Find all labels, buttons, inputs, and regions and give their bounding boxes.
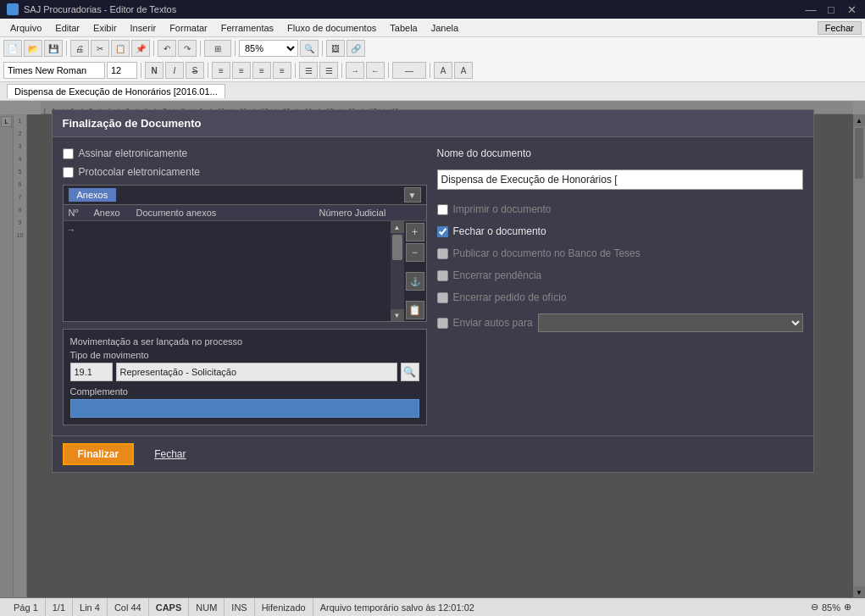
assinar-label[interactable]: Assinar eletronicamente — [79, 147, 188, 159]
tb-new-btn[interactable]: 📄 — [3, 40, 22, 57]
enviar-autos-label: Enviar autos para — [453, 317, 533, 329]
tb-paste-btn[interactable]: 📌 — [131, 40, 150, 57]
spacer — [406, 264, 424, 270]
protocolar-label[interactable]: Protocolar eletronicamente — [79, 166, 200, 178]
table-row-empty: → — [67, 225, 387, 235]
fechar-modal-button[interactable]: Fechar — [141, 443, 199, 465]
tb-img-btn[interactable]: 🖼 — [326, 40, 345, 57]
menu-editar[interactable]: Editar — [48, 21, 86, 35]
encerrar-pendencia-checkbox[interactable] — [437, 270, 448, 281]
fechar-checkbox[interactable] — [437, 226, 448, 237]
movimentacao-section: Movimentação a ser lançada no processo T… — [63, 329, 427, 425]
doc-name-input[interactable] — [437, 169, 803, 190]
menu-inserir[interactable]: Inserir — [124, 21, 164, 35]
zoom-select[interactable]: 85% 100% 75% — [239, 40, 298, 57]
tb-undo-btn[interactable]: ↶ — [158, 40, 176, 57]
assinar-checkbox[interactable] — [63, 148, 74, 159]
menu-exibir[interactable]: Exibir — [86, 21, 124, 35]
menu-janela[interactable]: Janela — [424, 21, 465, 35]
fechar-button[interactable]: Fechar — [818, 21, 862, 35]
tb-list-btn[interactable]: ☰ — [299, 62, 318, 79]
tipo-num-input[interactable] — [70, 363, 113, 381]
tb-line-btn[interactable]: — — [392, 62, 426, 79]
tb-save-btn[interactable]: 💾 — [44, 40, 63, 57]
menu-formatar[interactable]: Formatar — [163, 21, 214, 35]
imprimir-checkbox[interactable] — [437, 204, 448, 215]
anexos-header: Anexos ▼ — [64, 186, 426, 205]
publicar-checkbox[interactable] — [437, 248, 448, 259]
table-scroll-up[interactable]: ▲ — [391, 221, 404, 233]
tipo-search-btn[interactable]: 🔍 — [401, 363, 419, 381]
menu-fluxo[interactable]: Fluxo de documentos — [280, 21, 383, 35]
spacer2 — [406, 292, 424, 299]
tb-align-left-btn[interactable]: ≡ — [212, 62, 230, 79]
zoom-icon: ⊖ — [811, 602, 818, 613]
th-doc: Documento anexos — [136, 208, 319, 218]
menu-ferramentas[interactable]: Ferramentas — [214, 21, 280, 35]
tb-align-center-btn[interactable]: ≡ — [232, 62, 251, 79]
tb-print-btn[interactable]: 🖨 — [70, 40, 89, 57]
tb-redo-btn[interactable]: ↷ — [178, 40, 197, 57]
menu-tabela[interactable]: Tabela — [383, 21, 424, 35]
status-page: Pág 1 — [7, 598, 46, 616]
filter-icon-btn[interactable]: ▼ — [404, 187, 421, 203]
finalizar-button[interactable]: Finalizar — [63, 443, 135, 465]
complemento-label: Complemento — [70, 386, 419, 397]
tb-strike-btn[interactable]: S — [186, 62, 204, 79]
enviar-autos-row: Enviar autos para — [437, 314, 803, 332]
table-scroll-down[interactable]: ▼ — [391, 309, 404, 321]
tb-zoom-btn[interactable]: 🔍 — [300, 40, 319, 57]
tb-fontcolor-btn[interactable]: A — [434, 62, 452, 79]
anexos-tab[interactable]: Anexos — [69, 188, 117, 202]
doc-name-label: Nome do documento — [437, 147, 803, 159]
table-body: → ▲ ▼ — [64, 221, 426, 321]
tb-table-btn[interactable]: ⊞ — [204, 40, 231, 57]
tb-bold-btn[interactable]: N — [145, 62, 164, 79]
tipo-desc-input[interactable] — [116, 363, 397, 381]
protocolar-row: Protocolar eletronicamente — [63, 166, 427, 178]
add-row-btn[interactable]: + — [406, 223, 424, 241]
tb-indent-btn[interactable]: → — [346, 62, 364, 79]
imprimir-row: Imprimir o documento — [437, 203, 803, 215]
tb-outdent-btn[interactable]: ← — [366, 62, 385, 79]
app-title: SAJ Procuradorias - Editor de Textos — [24, 4, 804, 14]
modal-overlay: Finalização de Documento Assinar eletron… — [0, 101, 865, 598]
status-num: NUM — [189, 598, 225, 616]
tb-sep-4 — [235, 41, 236, 56]
tb-copy-btn[interactable]: 📋 — [111, 40, 130, 57]
maximize-button[interactable]: □ — [824, 3, 838, 16]
fechar-label[interactable]: Fechar o documento — [453, 225, 546, 237]
tb-num-list-btn[interactable]: ☰ — [319, 62, 338, 79]
doc-tab-area: Dispensa de Execução de Honorários [2016… — [0, 82, 865, 101]
assinar-row: Assinar eletronicamente — [63, 147, 427, 159]
anchor-btn[interactable]: ⚓ — [406, 272, 424, 291]
imprimir-label[interactable]: Imprimir o documento — [453, 203, 552, 215]
modal-title: Finalização de Documento — [63, 117, 202, 130]
tb-open-btn[interactable]: 📂 — [24, 40, 42, 57]
menu-arquivo[interactable]: Arquivo — [3, 21, 48, 35]
status-col: Col 44 — [108, 598, 149, 616]
remove-row-btn[interactable]: − — [406, 243, 424, 262]
font-size-input[interactable] — [107, 62, 137, 79]
enviar-autos-select[interactable] — [538, 314, 803, 332]
doc-tab[interactable]: Dispensa de Execução de Honorários [2016… — [7, 84, 225, 98]
enviar-autos-checkbox[interactable] — [437, 318, 448, 329]
font-name-input[interactable] — [3, 62, 105, 79]
tb-sep-3 — [200, 41, 201, 56]
tb-align-justify-btn[interactable]: ≡ — [273, 62, 291, 79]
minimize-button[interactable]: — — [804, 3, 818, 16]
tb-sep-5 — [322, 41, 323, 56]
complemento-input[interactable] — [70, 399, 419, 418]
encerrar-pedido-checkbox[interactable] — [437, 292, 448, 303]
tb-link-btn[interactable]: 🔗 — [347, 40, 365, 57]
table-scroll-thumb[interactable] — [392, 235, 402, 260]
tb-hilite-btn[interactable]: A — [454, 62, 473, 79]
toolbar-area: 📄 📂 💾 🖨 ✂ 📋 📌 ↶ ↷ ⊞ 85% 100% 75% 🔍 🖼 🔗 N… — [0, 37, 865, 82]
close-button[interactable]: ✕ — [845, 3, 858, 16]
protocolar-checkbox[interactable] — [63, 167, 74, 178]
copy-rows-btn[interactable]: 📋 — [406, 301, 424, 319]
app-icon — [7, 3, 19, 15]
tb-align-right-btn[interactable]: ≡ — [252, 62, 271, 79]
tb-italic-btn[interactable]: I — [165, 62, 184, 79]
tb-cut-btn[interactable]: ✂ — [91, 40, 109, 57]
